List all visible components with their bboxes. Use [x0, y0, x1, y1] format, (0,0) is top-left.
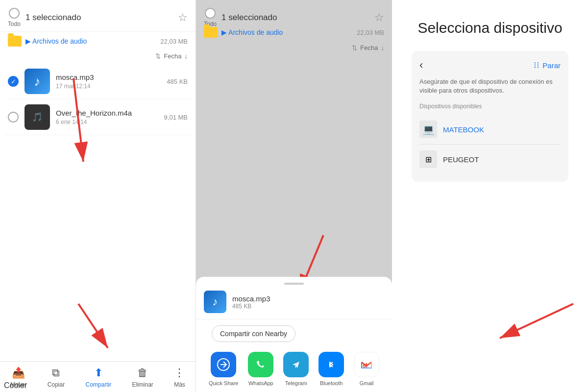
p2-archivos-label: ▶ Archivos de audio — [221, 28, 353, 36]
folder-icon — [8, 36, 22, 47]
cooler-label: Cooler — [0, 379, 31, 392]
quickshare-label: Quick Share — [209, 380, 239, 386]
app-item-telegram[interactable]: Telegram — [283, 352, 309, 386]
file-meta-horizon: 6 ene 14:14 — [56, 119, 158, 125]
stop-label: Parar — [542, 61, 561, 70]
file-name-mosca: mosca.mp3 — [56, 73, 161, 81]
arrow-panel3-bottom — [485, 294, 583, 353]
folder-size: 22,03 MB — [160, 38, 188, 45]
gmail-label: Gmail — [360, 380, 374, 386]
sort-icon: ⇅ — [155, 52, 161, 60]
panel3-subpanel: ‹ ⁝⁝ Parar Asegúrate de que el dispositi… — [412, 51, 568, 182]
file-item-horizon[interactable]: 🎵 Over_the_Horizon.m4a 6 ene 14:14 9,01 … — [4, 99, 192, 135]
file-checkbox-mosca[interactable]: ✓ — [8, 76, 19, 87]
toolbar-mas[interactable]: ⋮ Más — [174, 367, 185, 388]
svg-line-14 — [500, 304, 573, 338]
compartir-icon: ⬆ — [94, 367, 103, 379]
file-size-horizon: 9,01 MB — [164, 114, 188, 121]
bluetooth-label: Bluetooth — [320, 380, 343, 386]
panel2-share-sheet: Todo 1 seleccionado ☆ ▶ Archivos de audi… — [196, 0, 392, 392]
file-info-mosca: mosca.mp3 17 mar 12:14 — [56, 73, 161, 90]
file-item-mosca[interactable]: ✓ ♪ mosca.mp3 17 mar 12:14 485 KB — [4, 64, 192, 99]
sheet-file-info: ♪ mosca.mp3 485 KB — [196, 291, 392, 319]
sheet-music-icon: ♪ — [213, 295, 218, 308]
toolbar-copiar[interactable]: ⧉ Copiar — [48, 367, 65, 388]
p2-sort-icon: ⇅ — [352, 44, 357, 51]
toolbar-compartir[interactable]: ⬆ Compartir — [85, 367, 111, 388]
mover-icon: 📤 — [12, 367, 25, 379]
select-all-checkbox[interactable] — [9, 8, 20, 19]
grid-icon: ⊞ — [419, 150, 437, 168]
back-button[interactable]: ‹ — [419, 59, 423, 72]
quickshare-icon — [211, 352, 236, 377]
file-size-mosca: 485 KB — [167, 78, 188, 85]
panel3-title: Selecciona dispositivo — [404, 20, 576, 36]
spinner-icon: ⁝⁝ — [534, 60, 539, 71]
device-item-matebook[interactable]: 💻 MATEBOOK — [419, 115, 561, 144]
sheet-file-details: mosca.mp3 485 KB — [232, 294, 270, 310]
compartir-label: Compartir — [85, 381, 111, 388]
svg-point-8 — [325, 358, 338, 371]
sheet-file-thumb: ♪ — [204, 291, 226, 313]
telegram-label: Telegram — [285, 380, 307, 386]
nearby-share-button[interactable]: Compartir con Nearby — [212, 325, 295, 342]
telegram-icon — [283, 352, 309, 377]
sheet-file-name: mosca.mp3 — [232, 294, 270, 303]
file-meta-mosca: 17 mar 12:14 — [56, 83, 161, 90]
panel3-bluetooth-devices: Selecciona dispositivo ‹ ⁝⁝ Parar Asegúr… — [392, 0, 588, 392]
stop-button[interactable]: ⁝⁝ Parar — [534, 60, 561, 71]
file-list: ✓ ♪ mosca.mp3 17 mar 12:14 485 KB 🎵 Over… — [0, 64, 196, 361]
mas-icon: ⋮ — [174, 367, 185, 379]
p2-sort-arrow: ↓ — [381, 44, 385, 51]
sort-row: ⇅ Fecha ↓ — [0, 50, 196, 64]
app-item-quickshare[interactable]: Quick Share — [209, 352, 239, 386]
panel3-info-text: Asegúrate de que el dispositivo de conex… — [419, 77, 561, 95]
panel1-header: Todo 1 seleccionado ☆ — [0, 0, 196, 32]
p2-select-all[interactable] — [205, 8, 216, 19]
panel1-subheader: ▶ Archivos de audio 22,03 MB — [0, 32, 196, 50]
file-checkbox-horizon[interactable] — [8, 112, 19, 122]
mas-label: Más — [174, 381, 185, 388]
share-sheet: ♪ mosca.mp3 485 KB Compartir con Nearby … — [196, 277, 392, 392]
panel3-nav-row: ‹ ⁝⁝ Parar — [419, 59, 561, 72]
p2-selected-count: 1 seleccionado — [221, 13, 277, 23]
whatsapp-label: WhatsApp — [248, 380, 273, 386]
p2-folder-icon — [204, 27, 218, 38]
archivos-label: ▶ Archivos de audio — [25, 37, 156, 45]
star-icon[interactable]: ☆ — [178, 11, 188, 24]
gmail-icon: M — [354, 352, 379, 377]
p2-sort-row: ⇅ Fecha ↓ — [352, 44, 384, 51]
app-item-gmail[interactable]: M Gmail — [354, 352, 379, 386]
file-name-horizon: Over_the_Horizon.m4a — [56, 109, 158, 117]
p2-star-icon[interactable]: ☆ — [374, 11, 384, 24]
selected-count: 1 seleccionado — [25, 13, 81, 23]
toolbar-eliminar[interactable]: 🗑 Eliminar — [132, 367, 153, 388]
sheet-handle — [284, 283, 304, 285]
bluetooth-icon — [318, 352, 344, 377]
sort-label[interactable]: Fecha — [164, 52, 181, 60]
file-thumb-mosca: ♪ — [24, 69, 50, 94]
file-thumb-horizon: 🎵 — [24, 104, 50, 130]
app-item-bluetooth[interactable]: Bluetooth — [318, 352, 344, 386]
whatsapp-icon — [248, 352, 273, 377]
app-grid: Quick Share WhatsApp — [196, 348, 392, 392]
panel3-header: Selecciona dispositivo ‹ ⁝⁝ Parar Asegúr… — [392, 0, 588, 192]
sort-arrow: ↓ — [185, 52, 188, 60]
copiar-label: Copiar — [48, 381, 65, 388]
file-info-horizon: Over_the_Horizon.m4a 6 ene 14:14 — [56, 109, 158, 125]
music-icon: ♪ — [34, 74, 41, 89]
todo-label: Todo — [8, 21, 21, 27]
eliminar-label: Eliminar — [132, 381, 153, 388]
device-item-peugeot[interactable]: ⊞ PEUGEOT — [419, 144, 561, 174]
panel1-header-left: Todo 1 seleccionado — [8, 8, 81, 27]
eliminar-icon: 🗑 — [137, 367, 148, 379]
p2-folder-size: 22,03 MB — [357, 29, 384, 36]
device-name-peugeot: PEUGEOT — [443, 155, 479, 164]
laptop-icon: 💻 — [419, 121, 437, 138]
panel2-subheader: ▶ Archivos de audio 22,03 MB — [204, 27, 384, 38]
svg-point-6 — [254, 358, 267, 371]
p2-sort-label[interactable]: Fecha — [360, 44, 378, 51]
panel1-file-manager: Todo 1 seleccionado ☆ ▶ Archivos de audi… — [0, 0, 196, 392]
svg-text:M: M — [363, 362, 368, 369]
app-item-whatsapp[interactable]: WhatsApp — [248, 352, 273, 386]
